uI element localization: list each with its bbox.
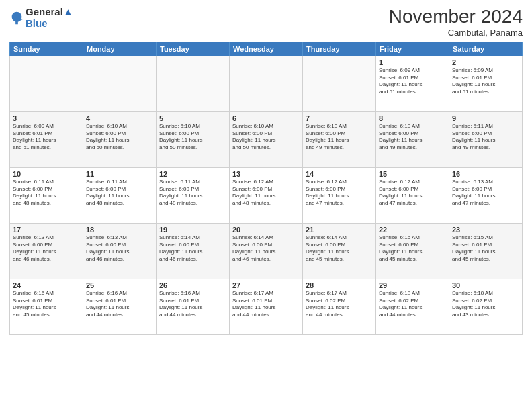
day-cell	[157, 56, 230, 111]
week-row-1: 1Sunrise: 6:09 AM Sunset: 6:01 PM Daylig…	[10, 56, 523, 111]
day-info: Sunrise: 6:18 AM Sunset: 6:02 PM Dayligh…	[452, 290, 519, 319]
day-cell: 1Sunrise: 6:09 AM Sunset: 6:01 PM Daylig…	[376, 56, 449, 111]
day-info: Sunrise: 6:18 AM Sunset: 6:02 PM Dayligh…	[379, 290, 446, 319]
day-info: Sunrise: 6:10 AM Sunset: 6:00 PM Dayligh…	[306, 123, 373, 152]
day-info: Sunrise: 6:09 AM Sunset: 6:01 PM Dayligh…	[13, 123, 80, 152]
day-info: Sunrise: 6:15 AM Sunset: 6:00 PM Dayligh…	[379, 234, 446, 263]
day-info: Sunrise: 6:10 AM Sunset: 6:00 PM Dayligh…	[86, 123, 153, 152]
day-cell: 28Sunrise: 6:17 AM Sunset: 6:02 PM Dayli…	[303, 279, 376, 334]
day-number: 15	[379, 170, 446, 178]
day-cell: 29Sunrise: 6:18 AM Sunset: 6:02 PM Dayli…	[376, 279, 449, 334]
day-cell: 7Sunrise: 6:10 AM Sunset: 6:00 PM Daylig…	[303, 111, 376, 167]
week-row-5: 24Sunrise: 6:16 AM Sunset: 6:01 PM Dayli…	[10, 279, 523, 334]
col-header-monday: Monday	[83, 42, 157, 56]
day-info: Sunrise: 6:11 AM Sunset: 6:00 PM Dayligh…	[452, 123, 519, 152]
day-cell: 25Sunrise: 6:16 AM Sunset: 6:01 PM Dayli…	[83, 279, 157, 334]
page: General▲ Blue November 2024 Cambutal, Pa…	[0, 0, 532, 340]
day-number: 29	[379, 281, 446, 289]
day-number: 22	[379, 226, 446, 234]
day-info: Sunrise: 6:14 AM Sunset: 6:00 PM Dayligh…	[306, 234, 373, 263]
day-info: Sunrise: 6:11 AM Sunset: 6:00 PM Dayligh…	[159, 179, 226, 208]
day-info: Sunrise: 6:14 AM Sunset: 6:00 PM Dayligh…	[232, 234, 300, 263]
day-cell: 14Sunrise: 6:12 AM Sunset: 6:00 PM Dayli…	[303, 167, 376, 223]
day-cell: 13Sunrise: 6:12 AM Sunset: 6:00 PM Dayli…	[230, 167, 303, 223]
day-number: 3	[13, 114, 80, 122]
day-info: Sunrise: 6:16 AM Sunset: 6:01 PM Dayligh…	[13, 290, 80, 319]
day-info: Sunrise: 6:17 AM Sunset: 6:02 PM Dayligh…	[306, 290, 373, 319]
day-number: 19	[159, 226, 226, 234]
day-number: 13	[232, 170, 300, 178]
day-number: 24	[13, 281, 80, 289]
day-info: Sunrise: 6:16 AM Sunset: 6:01 PM Dayligh…	[159, 290, 226, 319]
day-info: Sunrise: 6:10 AM Sunset: 6:00 PM Dayligh…	[379, 123, 446, 152]
day-cell: 30Sunrise: 6:18 AM Sunset: 6:02 PM Dayli…	[449, 279, 523, 334]
header: General▲ Blue November 2024 Cambutal, Pa…	[9, 7, 523, 38]
day-info: Sunrise: 6:15 AM Sunset: 6:01 PM Dayligh…	[452, 234, 519, 263]
day-number: 11	[86, 170, 153, 178]
day-cell	[230, 56, 303, 111]
day-info: Sunrise: 6:17 AM Sunset: 6:01 PM Dayligh…	[232, 290, 300, 319]
col-header-saturday: Saturday	[449, 42, 523, 56]
day-info: Sunrise: 6:13 AM Sunset: 6:00 PM Dayligh…	[452, 179, 519, 208]
day-number: 10	[13, 170, 80, 178]
day-cell: 26Sunrise: 6:16 AM Sunset: 6:01 PM Dayli…	[157, 279, 230, 334]
calendar-header-row: SundayMondayTuesdayWednesdayThursdayFrid…	[10, 42, 523, 56]
day-number: 18	[86, 226, 153, 234]
day-cell: 19Sunrise: 6:14 AM Sunset: 6:00 PM Dayli…	[157, 223, 230, 279]
col-header-friday: Friday	[376, 42, 449, 56]
day-info: Sunrise: 6:09 AM Sunset: 6:01 PM Dayligh…	[379, 67, 446, 96]
day-number: 17	[13, 226, 80, 234]
day-cell: 18Sunrise: 6:13 AM Sunset: 6:00 PM Dayli…	[83, 223, 157, 279]
title-block: November 2024 Cambutal, Panama	[389, 7, 523, 38]
day-cell	[303, 56, 376, 111]
day-cell: 4Sunrise: 6:10 AM Sunset: 6:00 PM Daylig…	[83, 111, 157, 167]
col-header-wednesday: Wednesday	[230, 42, 303, 56]
day-info: Sunrise: 6:12 AM Sunset: 6:00 PM Dayligh…	[232, 179, 300, 208]
day-cell: 17Sunrise: 6:13 AM Sunset: 6:00 PM Dayli…	[10, 223, 83, 279]
day-cell: 15Sunrise: 6:12 AM Sunset: 6:00 PM Dayli…	[376, 167, 449, 223]
week-row-3: 10Sunrise: 6:11 AM Sunset: 6:00 PM Dayli…	[10, 167, 523, 223]
day-info: Sunrise: 6:09 AM Sunset: 6:01 PM Dayligh…	[452, 67, 519, 96]
col-header-sunday: Sunday	[10, 42, 83, 56]
day-cell: 23Sunrise: 6:15 AM Sunset: 6:01 PM Dayli…	[449, 223, 523, 279]
day-cell: 11Sunrise: 6:11 AM Sunset: 6:00 PM Dayli…	[83, 167, 157, 223]
day-number: 25	[86, 281, 153, 289]
day-info: Sunrise: 6:14 AM Sunset: 6:00 PM Dayligh…	[159, 234, 226, 263]
day-cell: 21Sunrise: 6:14 AM Sunset: 6:00 PM Dayli…	[303, 223, 376, 279]
day-number: 9	[452, 114, 519, 122]
day-number: 23	[452, 226, 519, 234]
day-number: 7	[306, 114, 373, 122]
col-header-tuesday: Tuesday	[157, 42, 230, 56]
day-cell: 24Sunrise: 6:16 AM Sunset: 6:01 PM Dayli…	[10, 279, 83, 334]
day-cell: 20Sunrise: 6:14 AM Sunset: 6:00 PM Dayli…	[230, 223, 303, 279]
logo-text: General▲ Blue	[26, 7, 73, 29]
logo: General▲ Blue	[9, 7, 73, 29]
day-cell: 2Sunrise: 6:09 AM Sunset: 6:01 PM Daylig…	[449, 56, 523, 111]
calendar: SundayMondayTuesdayWednesdayThursdayFrid…	[9, 42, 523, 335]
day-cell	[83, 56, 157, 111]
day-cell: 16Sunrise: 6:13 AM Sunset: 6:00 PM Dayli…	[449, 167, 523, 223]
day-info: Sunrise: 6:11 AM Sunset: 6:00 PM Dayligh…	[86, 179, 153, 208]
week-row-2: 3Sunrise: 6:09 AM Sunset: 6:01 PM Daylig…	[10, 111, 523, 167]
day-cell: 22Sunrise: 6:15 AM Sunset: 6:00 PM Dayli…	[376, 223, 449, 279]
day-info: Sunrise: 6:10 AM Sunset: 6:00 PM Dayligh…	[159, 123, 226, 152]
day-info: Sunrise: 6:12 AM Sunset: 6:00 PM Dayligh…	[306, 179, 373, 208]
day-number: 16	[452, 170, 519, 178]
day-info: Sunrise: 6:16 AM Sunset: 6:01 PM Dayligh…	[86, 290, 153, 319]
day-number: 27	[232, 281, 300, 289]
day-number: 26	[159, 281, 226, 289]
day-cell: 9Sunrise: 6:11 AM Sunset: 6:00 PM Daylig…	[449, 111, 523, 167]
day-number: 28	[306, 281, 373, 289]
logo-icon	[9, 11, 24, 26]
day-cell: 5Sunrise: 6:10 AM Sunset: 6:00 PM Daylig…	[157, 111, 230, 167]
day-number: 12	[159, 170, 226, 178]
day-info: Sunrise: 6:10 AM Sunset: 6:00 PM Dayligh…	[232, 123, 300, 152]
col-header-thursday: Thursday	[303, 42, 376, 56]
day-number: 30	[452, 281, 519, 289]
day-cell: 3Sunrise: 6:09 AM Sunset: 6:01 PM Daylig…	[10, 111, 83, 167]
month-title: November 2024	[389, 7, 523, 28]
day-number: 21	[306, 226, 373, 234]
day-info: Sunrise: 6:13 AM Sunset: 6:00 PM Dayligh…	[13, 234, 80, 263]
day-cell: 6Sunrise: 6:10 AM Sunset: 6:00 PM Daylig…	[230, 111, 303, 167]
day-cell: 12Sunrise: 6:11 AM Sunset: 6:00 PM Dayli…	[157, 167, 230, 223]
